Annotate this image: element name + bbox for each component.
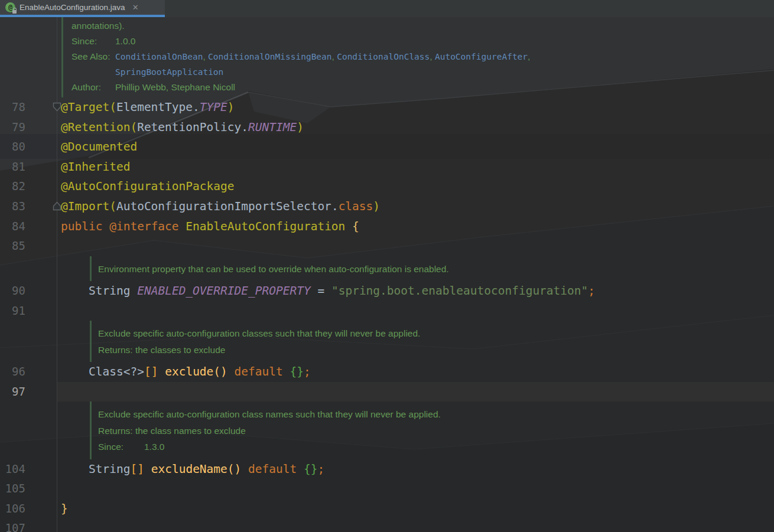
code-token: [] [144, 365, 158, 378]
code-token: EnableAutoConfiguration [186, 220, 352, 233]
code-token: RetentionPolicy [137, 120, 241, 134]
code-token: () [213, 365, 227, 378]
doc-text: , [430, 51, 435, 61]
doc-text: Exclude specific auto-configuration clas… [98, 328, 420, 338]
code-line[interactable]: 79@Retention(RetentionPolicy.RUNTIME) [0, 118, 774, 138]
code-line-text: @Retention(RetentionPolicy.RUNTIME) [25, 118, 304, 138]
line-number: 97 [0, 382, 25, 402]
code-token: "spring.boot.enableautoconfiguration" [331, 284, 588, 298]
doc-comment-line: See Also:ConditionalOnBean, ConditionalO… [71, 49, 774, 64]
code-line-text: @Inherited [25, 157, 130, 177]
code-token: ; [304, 365, 311, 378]
code-token: excludeName [151, 462, 227, 476]
code-line[interactable]: 83@Import(AutoConfigurationImportSelecto… [0, 197, 774, 217]
code-line[interactable]: 82@AutoConfigurationPackage [0, 177, 774, 197]
code-token: class [339, 200, 373, 213]
code-token: = [311, 284, 331, 298]
doc-comment-line: Since:1.3.0 [98, 439, 774, 455]
doc-text: Returns: the class names to exclude [98, 426, 246, 436]
code-token: ; [317, 462, 324, 476]
lock-icon [12, 10, 17, 14]
code-token: TYPE [200, 100, 227, 114]
code-token: ) [373, 200, 380, 213]
line-number: 91 [0, 301, 25, 321]
doc-comment-line: Author:Phillip Webb, Stephane Nicoll [71, 80, 774, 95]
fold-region-start-icon[interactable] [52, 102, 62, 112]
code-token: {} [304, 462, 317, 476]
doc-text: Phillip Webb, Stephane Nicoll [115, 82, 235, 92]
doc-text: Since: [71, 34, 115, 49]
code-line[interactable]: 78@Target(ElementType.TYPE) [0, 97, 774, 118]
code-line[interactable]: 106} [0, 499, 774, 519]
code-line-text: @Documented [25, 137, 137, 157]
code-line[interactable]: 105 [0, 479, 774, 499]
rendered-doc-comment: Exclude specific auto-configuration clas… [90, 402, 774, 459]
doc-see-also-link[interactable]: ConditionalOnBean [115, 52, 203, 61]
code-token: { [352, 220, 359, 233]
code-line[interactable]: 85 [0, 236, 774, 256]
doc-text: Environment property that can be used to… [98, 264, 449, 274]
code-token: ElementType [116, 100, 193, 114]
doc-see-also-link[interactable]: ConditionalOnMissingBean [208, 52, 332, 61]
code-token: [] [130, 462, 144, 476]
line-number: 105 [0, 479, 25, 499]
code-token: } [61, 502, 68, 515]
code-line[interactable]: 84public @interface EnableAutoConfigurat… [0, 217, 774, 237]
code-line[interactable]: 90String ENABLED_OVERRIDE_PROPERTY = "sp… [0, 281, 774, 301]
code-editor[interactable]: annotations).Since:1.0.0See Also:Conditi… [0, 17, 774, 532]
doc-see-also-link[interactable]: AutoConfigureAfter [435, 52, 528, 61]
code-token: RUNTIME [248, 120, 297, 134]
code-line[interactable]: 91 [0, 301, 774, 321]
code-token: default [235, 365, 290, 378]
doc-see-also-link[interactable]: ConditionalOnClass [337, 52, 430, 61]
code-line-text [25, 382, 61, 402]
code-token: . [193, 100, 200, 114]
code-line[interactable]: 96Class<?>[] exclude() default {}; [0, 362, 774, 382]
line-number: 106 [0, 499, 25, 519]
line-number: 85 [0, 236, 25, 256]
caret-line-highlight [57, 382, 774, 402]
fold-region-end-icon[interactable] [52, 201, 62, 211]
code-line-text [25, 236, 61, 256]
code-line[interactable]: 107 [0, 518, 774, 532]
doc-comment-line: Returns: the classes to exclude [98, 342, 774, 358]
line-number: 104 [0, 459, 25, 479]
code-token: default [248, 462, 304, 476]
rendered-doc-comment: Exclude specific auto-configuration clas… [90, 321, 774, 362]
close-tab-icon[interactable]: ✕ [132, 3, 139, 12]
code-token [158, 365, 165, 378]
doc-text: Author: [71, 80, 115, 95]
code-token: ENABLED_OVERRIDE_PROPERTY [137, 284, 311, 298]
tab-enableautoconfiguration-java[interactable]: @ EnableAutoConfiguration.java ✕ [0, 0, 165, 17]
code-line-text [25, 518, 61, 532]
code-token: AutoConfigurationImportSelector [116, 200, 331, 213]
code-token: @Import( [61, 200, 116, 213]
code-line[interactable]: 104String[] excludeName() default {}; [0, 459, 774, 479]
line-number: 107 [0, 518, 25, 532]
code-token: String [89, 284, 137, 298]
code-line[interactable]: 81@Inherited [0, 157, 774, 177]
code-line-text [25, 479, 61, 499]
code-line[interactable]: 80@Documented [0, 137, 774, 157]
code-token: ) [297, 120, 304, 134]
line-number: 79 [0, 118, 25, 138]
code-token: public [61, 220, 109, 233]
code-token: <?> [123, 365, 144, 378]
doc-text: Since: [98, 439, 144, 455]
code-line-text [25, 301, 61, 321]
code-line-text: public @interface EnableAutoConfiguratio… [25, 217, 359, 237]
editor-rows: annotations).Since:1.0.0See Also:Conditi… [0, 17, 774, 532]
doc-see-also-link[interactable]: SpringBootApplication [115, 67, 223, 77]
code-line-text: @AutoConfigurationPackage [25, 177, 235, 197]
code-token [144, 462, 151, 476]
doc-comment-line: Since:1.0.0 [71, 34, 774, 49]
line-number: 90 [0, 281, 25, 301]
code-token: {} [290, 365, 304, 378]
doc-comment-line: annotations). [71, 18, 774, 34]
doc-comment-line: Returns: the class names to exclude [98, 423, 774, 439]
doc-text: , [203, 51, 208, 61]
line-number: 82 [0, 177, 25, 197]
doc-comment-line: SpringBootApplication [71, 64, 774, 80]
doc-comment-line: Exclude specific auto-configuration clas… [98, 406, 774, 422]
code-line[interactable]: 97 [0, 382, 774, 402]
